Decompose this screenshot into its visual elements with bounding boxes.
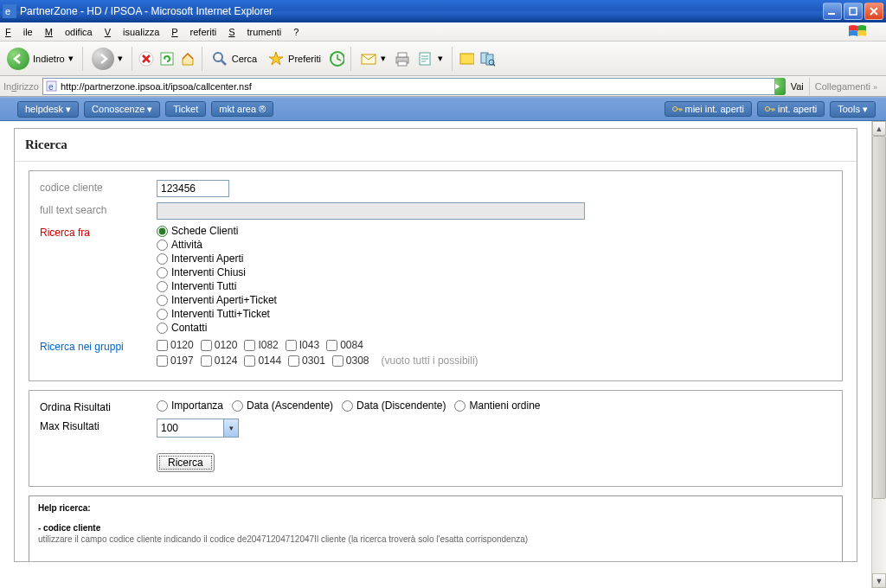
favorites-button[interactable]: Preferiti <box>264 48 324 69</box>
scroll-thumb[interactable] <box>872 136 886 499</box>
chevron-down-icon: ▾ <box>381 53 386 64</box>
go-label: Vai <box>791 81 804 92</box>
ordina-group: Importanza Data (Ascendente) Data (Disce… <box>157 399 831 412</box>
svg-text:e: e <box>48 82 54 92</box>
menu-modifica[interactable]: Modifica <box>45 27 93 37</box>
svg-rect-5 <box>161 53 173 65</box>
edit-button[interactable]: ▾ <box>414 49 446 68</box>
app-icon: e <box>3 4 16 18</box>
codice-cliente-input[interactable] <box>157 180 229 197</box>
search-button[interactable]: Cerca <box>208 48 260 69</box>
nav-tools[interactable]: Tools ▾ <box>830 101 876 118</box>
gruppi-hint: (vuoto tutti i possibili) <box>382 355 478 367</box>
window-titlebar: e PartnerZone - HD / IPSOA - Microsoft I… <box>0 0 886 22</box>
search-icon <box>211 50 228 67</box>
ricerca-fra-opt[interactable]: Interventi Tutti <box>157 280 831 292</box>
ordina-opt[interactable]: Mantieni ordine <box>454 399 540 412</box>
nav-miei-int-aperti[interactable]: miei int. aperti <box>664 101 752 117</box>
help-section: Help ricerca: - codice cliente utilizzar… <box>29 495 843 561</box>
key-icon <box>672 105 683 113</box>
ricerca-button[interactable]: Ricerca <box>157 453 215 472</box>
help-title: Help ricerca: <box>38 503 833 513</box>
gruppo-checkbox[interactable]: 0120 <box>201 339 238 351</box>
back-button[interactable]: Indietro ▾ <box>3 46 77 72</box>
gruppo-checkbox[interactable]: I043 <box>286 339 319 351</box>
address-label: Indirizzo <box>3 81 39 92</box>
star-icon <box>267 50 285 67</box>
collegamenti-button[interactable]: Collegamenti » <box>809 78 883 95</box>
fulltext-label: full text search <box>40 202 157 216</box>
nav-mkt-area[interactable]: mkt area ® <box>211 101 273 117</box>
windows-logo-icon <box>846 21 869 43</box>
menu-preferiti[interactable]: Preferiti <box>171 27 216 37</box>
fulltext-input[interactable] <box>157 202 585 220</box>
search-form-upper: codice cliente full text search Ricerca … <box>29 170 843 381</box>
svg-point-6 <box>214 53 222 61</box>
ricerca-fra-group: Schede Clienti Attività Interventi Apert… <box>157 225 831 334</box>
nav-int-aperti[interactable]: int. aperti <box>757 101 825 117</box>
ordina-opt[interactable]: Importanza <box>157 399 223 412</box>
nav-conoscenze[interactable]: Conoscenze ▾ <box>84 101 160 118</box>
page-title: Ricerca <box>15 129 857 162</box>
home-button[interactable] <box>179 50 196 67</box>
chevron-down-icon: ▾ <box>438 53 443 64</box>
stop-button[interactable] <box>138 50 155 67</box>
help-text: utilizzare il campo codice cliente indic… <box>38 534 833 544</box>
refresh-button[interactable] <box>158 50 176 67</box>
forward-button[interactable]: ▾ <box>88 46 126 72</box>
menu-visualizza[interactable]: Visualizza <box>105 27 160 37</box>
ricerca-fra-opt[interactable]: Interventi Tutti+Ticket <box>157 308 831 320</box>
minimize-button[interactable] <box>823 3 842 20</box>
ordina-opt[interactable]: Data (Ascendente) <box>232 399 333 412</box>
gruppo-checkbox[interactable]: 0120 <box>157 339 194 351</box>
page-frame: Ricerca codice cliente full text search … <box>14 128 857 562</box>
chevron-down-icon: ▾ <box>68 53 74 64</box>
svg-rect-10 <box>398 53 407 57</box>
ricerca-fra-opt[interactable]: Interventi Chiusi <box>157 266 831 278</box>
gruppo-checkbox[interactable]: 0124 <box>201 355 238 367</box>
window-title: PartnerZone - HD / IPSOA - Microsoft Int… <box>20 5 273 17</box>
mail-button[interactable]: ▾ <box>356 49 389 68</box>
ricerca-gruppi-group: 0120 0120 I082 I043 0084 0197 0124 0144 … <box>157 339 831 367</box>
svg-rect-2 <box>828 13 835 15</box>
menu-bar: File Modifica Visualizza Preferiti Strum… <box>0 22 886 42</box>
vertical-scrollbar[interactable]: ▲ ▼ <box>871 121 886 588</box>
menu-help[interactable]: ? <box>293 27 299 37</box>
key-icon <box>765 105 775 113</box>
ricerca-fra-opt[interactable]: Contatti <box>157 322 831 334</box>
gruppo-checkbox[interactable]: 0144 <box>244 355 281 367</box>
url-input[interactable] <box>42 78 775 95</box>
gruppo-checkbox[interactable]: 0308 <box>332 355 369 367</box>
close-button[interactable] <box>864 3 883 20</box>
history-button[interactable] <box>328 50 345 67</box>
ricerca-fra-opt[interactable]: Attività <box>157 239 831 251</box>
ordina-opt[interactable]: Data (Discendente) <box>342 399 446 412</box>
research-button[interactable] <box>478 50 496 67</box>
discuss-button[interactable] <box>458 50 475 67</box>
max-risultati-select[interactable]: 100 ▾ <box>157 419 239 438</box>
ricerca-fra-opt[interactable]: Interventi Aperti+Ticket <box>157 294 831 306</box>
svg-text:e: e <box>5 6 10 16</box>
gruppo-checkbox[interactable]: 0197 <box>157 355 194 367</box>
gruppo-checkbox[interactable]: 0084 <box>326 339 363 351</box>
menu-strumenti[interactable]: Strumenti <box>228 27 281 37</box>
chevron-down-icon: ▾ <box>118 53 123 64</box>
scroll-up-button[interactable]: ▲ <box>872 121 886 136</box>
svg-rect-13 <box>460 54 474 64</box>
help-subtitle: - codice cliente <box>38 523 833 533</box>
scroll-down-button[interactable]: ▼ <box>872 573 886 588</box>
ricerca-fra-opt[interactable]: Interventi Aperti <box>157 252 831 265</box>
gruppo-checkbox[interactable]: 0301 <box>288 355 325 367</box>
gruppo-checkbox[interactable]: I082 <box>244 339 278 351</box>
ie-toolbar: Indietro ▾ ▾ Cerca Preferiti ▾ ▾ <box>0 42 886 76</box>
menu-file[interactable]: File <box>5 27 33 37</box>
maximize-button[interactable] <box>844 3 863 20</box>
address-bar: Indirizzo e ▾ Vai Collegamenti » <box>0 76 886 97</box>
search-form-lower: Ordina Risultati Importanza Data (Ascend… <box>29 390 843 487</box>
ricerca-gruppi-label: Ricerca nei gruppi <box>40 339 157 353</box>
nav-ticket[interactable]: Ticket <box>165 101 206 117</box>
print-button[interactable] <box>393 50 410 67</box>
ricerca-fra-opt[interactable]: Schede Clienti <box>157 225 831 237</box>
svg-point-21 <box>766 107 770 112</box>
nav-helpdesk[interactable]: helpdesk ▾ <box>17 101 79 118</box>
